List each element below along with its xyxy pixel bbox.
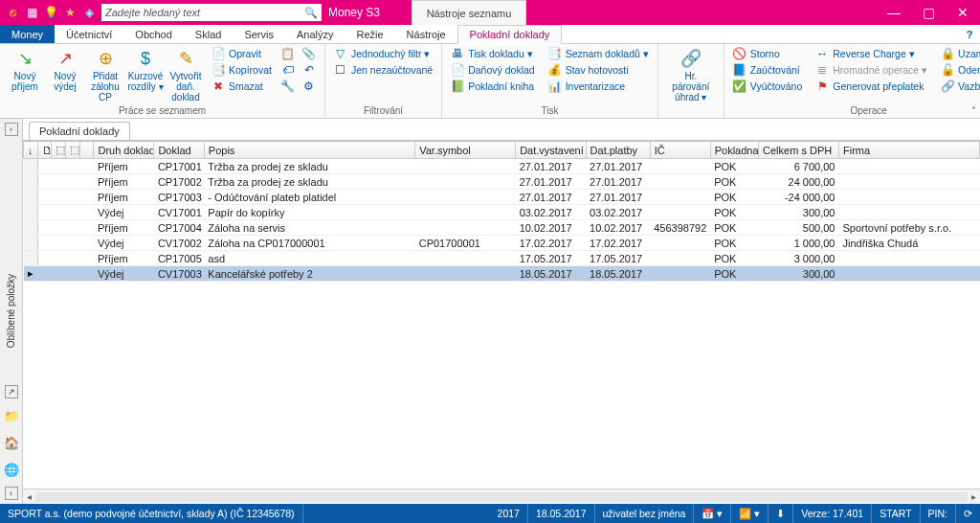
qat-icon-4[interactable]: ★ (63, 6, 77, 19)
ribbon-misc-5[interactable]: ↶ (300, 62, 319, 78)
reverse-charge-button[interactable]: ↔Reverse Charge ▾ (813, 46, 930, 61)
data-grid[interactable]: ↓ 🗋 ⬚ ⬚ Druh dokladu Doklad Popis Var.sy… (23, 141, 980, 282)
novy-prijem-button[interactable]: ↘Nový příjem (6, 46, 44, 104)
col-flag4[interactable] (79, 142, 94, 159)
status-cal-icon[interactable]: 📅 ▾ (694, 504, 731, 523)
vazby-button[interactable]: 🔗Vazby (938, 79, 980, 94)
col-druh[interactable]: Druh dokladu (94, 142, 154, 159)
menu-obchod[interactable]: Obchod (123, 25, 184, 43)
table-row[interactable]: PříjemCP17005asd17.05.201717.05.2017POK3… (24, 251, 980, 266)
col-vs[interactable]: Var.symbol (415, 142, 516, 159)
menu-money[interactable]: Money (0, 25, 55, 43)
kurzove-rozdily-button[interactable]: $Kurzové rozdíly ▾ (126, 46, 165, 104)
menu-analyzy[interactable]: Analýzy (285, 25, 345, 43)
rail-toggle-mid[interactable]: ↗ (5, 385, 18, 398)
table-row[interactable]: PříjemCP17004Záloha na servis10.02.20171… (24, 220, 980, 236)
col-flag1[interactable]: 🗋 (37, 142, 52, 159)
tab-pokladni-doklady[interactable]: Pokladní doklady (29, 122, 130, 140)
table-row[interactable]: PříjemCP17002Tržba za prodej ze skladu27… (24, 174, 980, 190)
scroll-track[interactable] (35, 492, 968, 502)
ribbon-misc-2[interactable]: 🏷 (278, 62, 298, 78)
table-row[interactable]: PříjemCP17001Tržba za prodej ze skladu27… (24, 159, 980, 174)
qat-icon-1[interactable]: ⎋ (6, 6, 19, 19)
table-row[interactable]: VýdejCV17001Papír do kopírky03.02.201703… (24, 205, 980, 220)
qat-icon-5[interactable]: ◈ (82, 6, 96, 19)
scroll-right-button[interactable]: ▸ (971, 491, 976, 502)
col-ic[interactable]: IČ (650, 142, 710, 159)
status-pin[interactable]: PIN: (921, 504, 956, 523)
col-flag2[interactable]: ⬚ (52, 142, 66, 159)
table-row[interactable]: PříjemCP17003- Odúčtování plateb platide… (24, 190, 980, 205)
qat-icon-2[interactable]: ▦ (25, 6, 38, 19)
odemceni-button[interactable]: 🔓Odemčení (938, 62, 980, 78)
jednoduchy-filtr-button[interactable]: ▽Jednoduchý filtr ▾ (331, 46, 435, 61)
ribbon-misc-4[interactable]: 📎 (300, 46, 319, 61)
col-dplat[interactable]: Dat.platby (586, 142, 650, 159)
menu-sklad[interactable]: Sklad (184, 25, 234, 43)
col-sort[interactable]: ↓ (24, 142, 38, 159)
horizontal-scrollbar[interactable]: ◂ ▸ (23, 489, 980, 504)
col-firma[interactable]: Firma (838, 142, 979, 159)
ribbon-misc-6[interactable]: ⚙ (300, 79, 319, 94)
status-rss-icon[interactable]: 📶 ▾ (731, 504, 768, 523)
stav-hotovosti-button[interactable]: 💰Stav hotovosti (546, 62, 652, 78)
status-user[interactable]: uživatel bez jména (595, 504, 695, 523)
menu-ucetnictvi[interactable]: Účetnictví (55, 25, 123, 43)
status-year[interactable]: 2017 (490, 504, 528, 523)
smazat-button[interactable]: ✖Smazat (209, 79, 275, 94)
minimize-button[interactable]: — (877, 0, 911, 25)
col-cdph[interactable]: Celkem s DPH (759, 142, 839, 159)
pridat-zalohu-button[interactable]: ⊕Přidat zálohu CP (86, 46, 124, 104)
status-start[interactable]: START (872, 504, 920, 523)
vytvorit-dan-doklad-button[interactable]: ✎Vytvořit daň. doklad (167, 46, 205, 104)
storno-button[interactable]: 🚫Storno (730, 46, 805, 61)
generovat-preplatek-button[interactable]: ⚑Generovat přeplatek (813, 79, 930, 94)
col-pok[interactable]: Pokladna (710, 142, 758, 159)
scroll-left-button[interactable]: ◂ (27, 491, 32, 502)
seznam-dokladu-button[interactable]: 📑Seznam dokladů ▾ (546, 46, 652, 61)
col-dvys[interactable]: Dat.vystavení (516, 142, 586, 159)
zauctovani-button[interactable]: 📘Zaúčtování (730, 62, 805, 78)
grid-header-row[interactable]: ↓ 🗋 ⬚ ⬚ Druh dokladu Doklad Popis Var.sy… (24, 142, 980, 159)
rail-toggle-top[interactable]: › (5, 123, 18, 136)
table-row[interactable]: VýdejCV17002Záloha na CP017000001CP01700… (24, 236, 980, 251)
ribbon-collapse-button[interactable]: ˄ (971, 105, 976, 116)
ribbon-misc-3[interactable]: 🔧 (278, 79, 298, 94)
novy-vydej-button[interactable]: ↗Nový výdej (46, 46, 84, 104)
rail-house-icon[interactable]: 🏠 (4, 435, 19, 450)
hr-parovani-button[interactable]: 🔗Hr. párování úhrad ▾ (664, 46, 718, 104)
search-input[interactable]: Zadejte hledaný text 🔍 (101, 4, 322, 21)
status-date[interactable]: 18.05.2017 (528, 504, 595, 523)
col-popis[interactable]: Popis (204, 142, 414, 159)
help-button[interactable]: ? (959, 25, 980, 43)
status-download-icon[interactable]: ⬇ (768, 504, 793, 523)
tisk-dokladu-button[interactable]: 🖶Tisk dokladu ▾ (448, 46, 537, 61)
menu-rezie[interactable]: Režie (345, 25, 394, 43)
uzamceni-button[interactable]: 🔒Uzamčení (938, 46, 980, 61)
search-icon[interactable]: 🔍 (304, 7, 318, 19)
menu-pokladni-doklady[interactable]: Pokladní doklady (457, 25, 563, 44)
col-flag3[interactable]: ⬚ (66, 142, 80, 159)
rail-toggle-bottom[interactable]: ‹ (5, 487, 18, 500)
reverse-icon: ↔ (815, 47, 829, 60)
menu-nastroje[interactable]: Nástroje (395, 25, 457, 43)
close-button[interactable]: ✕ (946, 0, 980, 25)
table-row[interactable]: ▸VýdejCV17003Kancelářské potřeby 218.05.… (24, 266, 980, 282)
status-refresh-icon[interactable]: ⟳ (956, 504, 980, 523)
hromadne-operace-button[interactable]: ≣Hromadné operace ▾ (813, 62, 930, 78)
jen-nezauctovane-button[interactable]: ☐Jen nezaúčtované (331, 62, 435, 78)
maximize-button[interactable]: ▢ (911, 0, 946, 25)
menu-servis[interactable]: Servis (233, 25, 285, 43)
danovy-doklad-button[interactable]: 📄Daňový doklad (448, 62, 537, 78)
ribbon-misc-1[interactable]: 📋 (278, 46, 298, 61)
inventarizace-button[interactable]: 📊Inventarizace (546, 79, 652, 94)
qat-icon-3[interactable]: 💡 (44, 6, 57, 19)
undo-icon: ↶ (302, 63, 316, 77)
col-doklad[interactable]: Doklad (154, 142, 204, 159)
vyuctovano-button[interactable]: ✅Vyúčtováno (730, 79, 805, 94)
rail-globe-icon[interactable]: 🌐 (4, 462, 19, 477)
rail-folder-icon[interactable]: 📁 (4, 408, 19, 423)
pokladni-kniha-button[interactable]: 📗Pokladní kniha (448, 79, 537, 94)
opravit-button[interactable]: 📄Opravit (209, 46, 275, 61)
kopirovat-button[interactable]: 📑Kopírovat (209, 62, 275, 78)
